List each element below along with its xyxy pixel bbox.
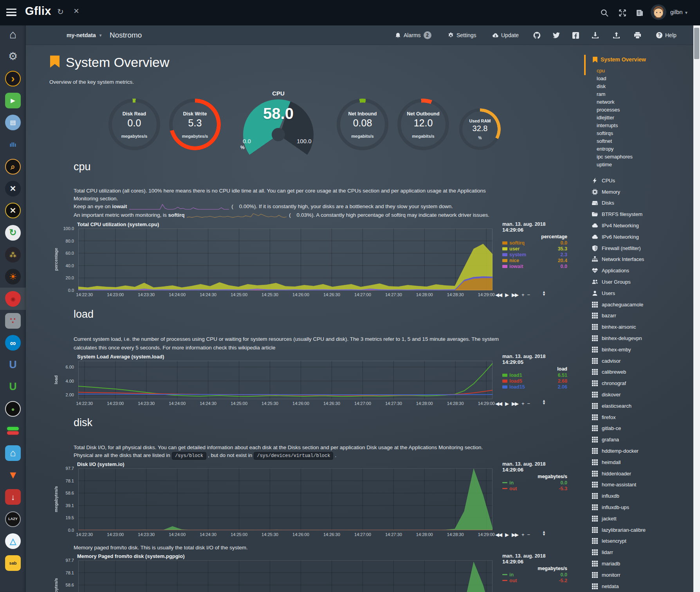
chart-toolbar-button[interactable]: ▶▶ <box>512 401 518 407</box>
nav-section-item[interactable]: Memory <box>592 186 690 198</box>
legend-row[interactable]: in 0.0 <box>502 572 585 578</box>
nav-app-item[interactable]: binhex-emby <box>592 344 690 355</box>
nav-app-item[interactable]: heimdall <box>592 457 690 468</box>
avatar[interactable] <box>651 4 666 20</box>
sidebar-app-pinwheel-yellow[interactable]: ✕ <box>0 200 26 222</box>
nav-app-item[interactable]: apacheguacamole <box>592 299 690 310</box>
sidebar-app-gitlab[interactable]: ▼ <box>0 464 26 486</box>
facebook-icon[interactable] <box>572 25 579 45</box>
sidebar-app-blue-u[interactable]: U <box>0 354 26 376</box>
sidebar-app-plex[interactable]: › <box>0 67 26 90</box>
chart-toolbar[interactable]: ◀◀▶▶▶+−▲▼ <box>495 532 562 538</box>
legend-row[interactable]: softirq 0.0 <box>502 240 585 246</box>
nav-app-item[interactable]: bazarr <box>592 310 690 322</box>
nav-menu-item[interactable]: uptime <box>597 161 633 169</box>
help-button[interactable]: ? Help <box>656 25 677 45</box>
twitter-icon[interactable] <box>553 25 560 45</box>
chart-toolbar-button[interactable]: − <box>527 401 530 407</box>
nav-app-item[interactable]: calibreweb <box>592 367 690 378</box>
nav-app-item[interactable]: influxdb-ups <box>592 502 690 513</box>
nav-section-item[interactable]: Disks <box>592 198 690 209</box>
pgpgio-chart[interactable]: Memory Paged from/to disk (system.pgpgio… <box>53 551 585 592</box>
changelog-icon[interactable] <box>636 9 644 17</box>
net-inbound-gauge[interactable]: Net Inbound 0.08 megabits/s <box>333 99 392 150</box>
chart-toolbar-button[interactable]: − <box>527 292 530 298</box>
sidebar-app-home-assistant[interactable]: ⌂ <box>0 442 26 464</box>
print-icon[interactable] <box>634 25 641 45</box>
nav-app-item[interactable]: letsencrypt <box>592 536 690 547</box>
upload-icon[interactable] <box>613 25 620 45</box>
nav-menu-item[interactable]: processes <box>597 106 633 114</box>
disk-write-gauge[interactable]: Disk Write 5.3 megabytes/s <box>166 99 224 150</box>
disk-chart[interactable]: Disk I/O (system.io) megabytes/s 97.778.… <box>53 459 585 543</box>
sidebar-app-lazylibrarian[interactable]: LAZY <box>0 508 26 530</box>
nav-app-item[interactable]: mariadb <box>592 558 690 569</box>
nav-menu-item[interactable]: ipc semaphores <box>597 153 633 161</box>
chart-toolbar-button[interactable]: − <box>527 532 530 538</box>
sidebar-app-red-shield[interactable]: ◉ <box>0 288 26 310</box>
chart-toolbar-button[interactable]: ▶ <box>505 532 508 538</box>
nav-app-item[interactable]: elasticsearch <box>592 400 690 412</box>
nav-menu-item[interactable]: load <box>597 75 633 83</box>
legend-row[interactable]: nice 20.4 <box>502 257 585 263</box>
nav-app-item[interactable]: home-assistant <box>592 479 690 491</box>
sidebar-app-emby[interactable]: ▶ <box>0 89 26 112</box>
chart-resize-handle[interactable]: ▲▼ <box>542 531 546 536</box>
nav-section-item[interactable]: Applications <box>592 265 690 276</box>
load-chart[interactable]: System Load Average (system.load) load 6… <box>53 351 585 412</box>
nav-menu-item[interactable]: disk <box>597 83 633 90</box>
nav-app-item[interactable]: influxdb <box>592 490 690 502</box>
sidebar-app-pinwheel-blue[interactable]: ✕ <box>0 178 26 200</box>
chart-toolbar-button[interactable]: ▶▶ <box>512 532 518 538</box>
server-dropdown[interactable]: my-netdata ▼ <box>67 25 103 45</box>
sidebar-app-node-graph[interactable]: ⁂ <box>0 244 26 266</box>
nav-app-item[interactable]: gitlab-ce <box>592 423 690 434</box>
chart-toolbar[interactable]: ◀◀▶▶▶+−▲▼ <box>495 292 562 298</box>
page-scrollbar[interactable] <box>693 25 700 592</box>
nav-menu-item[interactable]: network <box>597 98 633 106</box>
nav-menu-item[interactable]: entropy <box>597 145 633 153</box>
chart-toolbar-button[interactable]: ▶ <box>505 401 508 407</box>
sidebar-app-sabnzbd[interactable]: sab <box>0 552 26 574</box>
sidebar-app-turtle[interactable]: ● <box>0 398 26 420</box>
sidebar-app-home[interactable]: ⌂ <box>0 23 26 46</box>
nav-app-item[interactable]: diskover <box>592 389 690 400</box>
nav-section-item[interactable]: Users <box>592 288 690 299</box>
nav-app-item[interactable]: binhex-airsonic <box>592 321 690 333</box>
settings-button[interactable]: Settings <box>448 25 476 45</box>
chart-resize-handle[interactable]: ▲▼ <box>542 399 546 405</box>
nav-section-item[interactable]: Network Interfaces <box>592 254 690 265</box>
nav-section-item[interactable]: CPUs <box>592 175 690 186</box>
alarms-button[interactable]: Alarms 2 <box>395 25 431 45</box>
github-icon[interactable] <box>533 25 541 45</box>
legend-row[interactable]: iowait 0.0 <box>502 263 585 269</box>
sidebar-app-calibre-web[interactable]: ▤ <box>0 112 26 134</box>
legend-row[interactable]: load5 2.68 <box>502 378 585 384</box>
chart-resize-handle[interactable]: ▲▼ <box>542 291 546 296</box>
legend-row[interactable]: load1 6.51 <box>502 372 585 378</box>
sidebar-app-red-download[interactable]: ↓ <box>0 486 26 508</box>
sidebar-app-green-u[interactable]: U <box>0 376 26 398</box>
chart-toolbar-button[interactable]: + <box>521 532 524 538</box>
update-button[interactable]: Update <box>493 25 519 45</box>
chart-toolbar-button[interactable]: ▶ <box>505 292 508 298</box>
chart-toolbar-button[interactable]: + <box>521 401 524 407</box>
nav-menu-item[interactable]: idlejitter <box>597 114 633 122</box>
nav-section-item[interactable]: Firewall (netfilter) <box>592 243 690 254</box>
nav-menu-item[interactable]: softirqs <box>597 130 633 137</box>
nav-app-item[interactable]: jackett <box>592 513 690 524</box>
legend-row[interactable]: load15 2.06 <box>502 384 585 390</box>
sidebar-app-nextcloud[interactable]: ∞ <box>0 332 26 354</box>
nav-menu-item[interactable]: softnet <box>597 137 633 145</box>
sidebar-app-airsonic[interactable]: ıllı <box>0 133 26 156</box>
nav-section-item[interactable]: IPv6 Networking <box>592 231 690 243</box>
sidebar-app-settings[interactable]: ⚙ <box>0 45 26 68</box>
sidebar-app-deluge[interactable]: △ <box>0 530 26 552</box>
hamburger-menu-icon[interactable] <box>6 9 16 16</box>
nav-app-item[interactable]: netdata <box>592 581 690 592</box>
nav-section-item[interactable]: IPv4 Networking <box>592 220 690 231</box>
sidebar-app-grafana[interactable]: ☀ <box>0 266 26 288</box>
nav-app-item[interactable]: grafana <box>592 434 690 445</box>
nav-menu-item[interactable]: interrupts <box>597 122 633 130</box>
nav-app-item[interactable]: cadvisor <box>592 355 690 367</box>
